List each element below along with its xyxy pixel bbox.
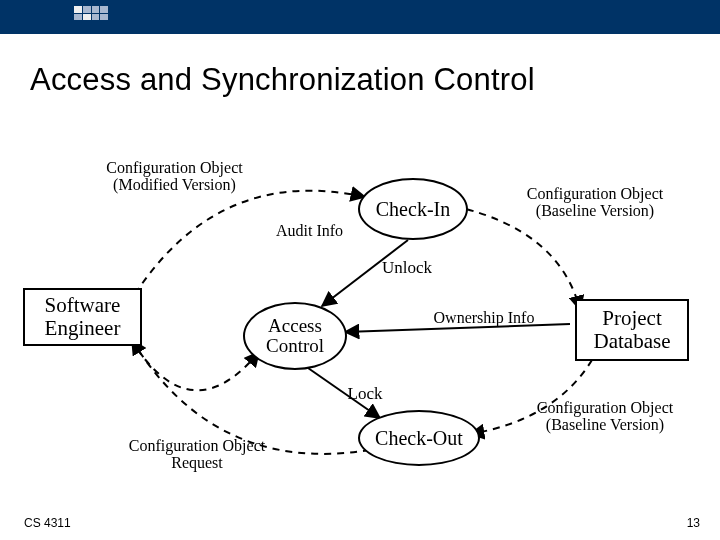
node-check-out-label: Check-Out: [375, 428, 463, 449]
node-software-engineer-label: Software Engineer: [45, 294, 121, 340]
label-conf-obj-baseline-top: Configuration Object (Baseline Version): [510, 186, 680, 220]
label-conf-obj-baseline-bottom: Configuration Object (Baseline Version): [520, 400, 690, 434]
node-access-control: Access Control: [243, 302, 347, 370]
label-ownership-info: Ownership Info: [414, 310, 554, 327]
diagram-stage: Software Engineer Project Database Check…: [0, 0, 720, 540]
label-conf-obj-request: Configuration Object Request: [112, 438, 282, 472]
node-check-in: Check-In: [358, 178, 468, 240]
footer-course: CS 4311: [24, 516, 71, 530]
node-check-out: Check-Out: [358, 410, 480, 466]
node-project-database: Project Database: [575, 299, 689, 361]
node-software-engineer: Software Engineer: [23, 288, 142, 346]
label-lock: Lock: [335, 385, 395, 403]
node-project-database-label: Project Database: [594, 307, 671, 353]
footer-slide-number: 13: [687, 516, 700, 530]
label-audit-info: Audit Info: [276, 223, 366, 240]
label-conf-obj-modified: Configuration Object (Modified Version): [92, 160, 257, 194]
node-access-control-label: Access Control: [266, 316, 324, 356]
diagram-arrows: [0, 0, 720, 540]
label-unlock: Unlock: [372, 259, 442, 277]
node-check-in-label: Check-In: [376, 199, 450, 220]
